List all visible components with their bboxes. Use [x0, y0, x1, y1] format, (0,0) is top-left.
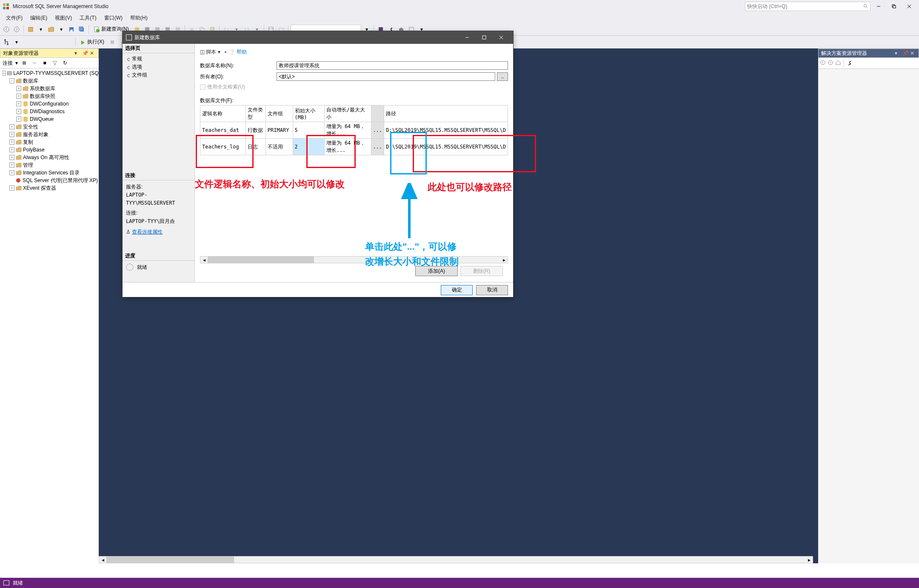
owner-input[interactable]: <默认>	[277, 72, 495, 81]
stop-button-oe[interactable]: ■	[41, 59, 49, 67]
scroll-left-arrow[interactable]: ◂	[200, 257, 208, 263]
object-explorer-header[interactable]: 对象资源管理器 ▾ 📌 ✕	[0, 49, 99, 58]
connection-info: 服务器: LAPTOP-TYY\MSSQLSERVERT 连接: LAPTOP-…	[123, 180, 194, 239]
tree-node[interactable]: +DWConfiguration	[1, 100, 98, 108]
folder-icon	[15, 154, 22, 160]
scroll-right-arrow[interactable]: ▸	[500, 257, 508, 263]
open-dropdown[interactable]: ▾	[57, 25, 66, 34]
col-growth-browse	[371, 106, 384, 122]
panel-pin-icon[interactable]: 📌	[902, 50, 908, 56]
annotation-arrow-icon	[401, 183, 418, 238]
nav-back-button[interactable]	[2, 25, 11, 34]
page-general[interactable]: 常规	[126, 55, 191, 63]
scroll-right-arrow[interactable]: ▸	[805, 557, 813, 563]
folder-icon	[15, 162, 22, 168]
stop-button[interactable]	[108, 37, 117, 47]
tree-node[interactable]: −数据库	[1, 77, 98, 85]
refresh-button[interactable]: ↻	[61, 59, 69, 67]
tree-node[interactable]: +系统数据库	[1, 85, 98, 92]
horizontal-scrollbar[interactable]: ◂ ▸	[99, 556, 813, 563]
menu-edit[interactable]: 编辑(E)	[27, 14, 51, 23]
menu-view[interactable]: 视图(V)	[51, 14, 75, 23]
execute-button[interactable]: 执行(X)	[78, 38, 107, 46]
new-item-dropdown[interactable]: ▾	[36, 25, 46, 34]
help-button[interactable]: ❔ 帮助	[229, 49, 247, 56]
col-initial-size[interactable]: 初始大小(MB)	[293, 106, 324, 122]
quick-launch-input[interactable]: 快快启动 (Ctrl+Q)	[745, 2, 870, 11]
svg-rect-2	[3, 7, 6, 9]
scroll-left-arrow[interactable]: ◂	[99, 557, 106, 563]
dialog-titlebar[interactable]: 新建数据库	[123, 31, 513, 44]
back-button[interactable]	[820, 60, 826, 67]
panel-dropdown-icon[interactable]: ▾	[895, 50, 901, 56]
menu-window[interactable]: 窗口(W)	[101, 14, 126, 23]
close-button[interactable]	[902, 1, 916, 11]
tree-node[interactable]: SQL Server 代理(已禁用代理 XP)	[1, 177, 98, 184]
svg-rect-36	[400, 28, 402, 29]
dialog-minimize-button[interactable]	[459, 32, 476, 43]
save-all-button[interactable]	[77, 25, 86, 34]
tree-node[interactable]: +管理	[1, 161, 98, 169]
tree-node[interactable]: +数据库快照	[1, 92, 98, 100]
file-row[interactable]: Teachers_dat 行数据 PRIMARY 5 增量为 64 MB，增长.…	[200, 122, 508, 139]
col-autogrowth[interactable]: 自动增长/最大大小	[324, 106, 371, 122]
tree-server-node[interactable]: − LAPTOP-TYY\MSSQLSERVERT (SQL	[1, 69, 98, 77]
menu-tools[interactable]: 工具(T)	[76, 14, 100, 23]
tree-node[interactable]: +安全性	[1, 123, 98, 131]
growth-browse-button[interactable]: ...	[371, 122, 384, 139]
dialog-maximize-button[interactable]	[476, 32, 493, 43]
properties-button-se[interactable]	[847, 60, 853, 67]
tree-node[interactable]: +Integration Services 目录	[1, 169, 98, 177]
menu-help[interactable]: 帮助(H)	[127, 14, 151, 23]
panel-close-icon[interactable]: ✕	[90, 50, 96, 56]
tree-node[interactable]: +XEvent 探查器	[1, 184, 98, 192]
page-filegroups[interactable]: 文件组	[126, 71, 191, 79]
new-project-button[interactable]	[26, 25, 35, 34]
disconnect-button[interactable]	[31, 59, 38, 67]
view-connection-props-link[interactable]: 查看连接属性	[132, 229, 163, 235]
tree-node[interactable]: +DWDiagnostics	[1, 108, 98, 115]
database-files-grid[interactable]: 逻辑名称 文件类型 文件组 初始大小(MB) 自动增长/最大大小 路径 Teac…	[200, 105, 508, 155]
page-options[interactable]: 选项	[126, 63, 191, 71]
minimize-button[interactable]	[871, 1, 886, 11]
scroll-thumb[interactable]	[106, 557, 234, 563]
folder-icon	[15, 131, 22, 137]
grid-scrollbar[interactable]: ◂ ▸	[200, 256, 508, 263]
svg-point-11	[4, 27, 9, 32]
solution-explorer-header[interactable]: 解决方案资源管理器 ▾ 📌 ✕	[818, 49, 919, 58]
tree-node[interactable]: +DWQueue	[1, 115, 98, 123]
filter-button[interactable]	[51, 59, 59, 67]
tree-node[interactable]: +Always On 高可用性	[1, 154, 98, 161]
forward-button[interactable]	[828, 60, 833, 67]
script-button[interactable]: ◫ 脚本 ▾	[200, 49, 220, 56]
growth-browse-button[interactable]: ...	[371, 139, 384, 155]
connect-button[interactable]	[20, 59, 28, 67]
save-button[interactable]	[67, 25, 76, 34]
connect-label[interactable]: 连接	[3, 60, 13, 67]
open-button[interactable]	[46, 25, 56, 34]
file-row[interactable]: Teachers_log 日志 不适用 2 增量为 64 MB，增长... ..…	[200, 139, 508, 155]
home-button[interactable]	[835, 60, 841, 67]
menu-file[interactable]: 文件(F)	[3, 14, 26, 23]
owner-browse-button[interactable]: ..	[497, 72, 508, 81]
dialog-close-button[interactable]	[493, 32, 510, 43]
panel-close-icon[interactable]: ✕	[910, 50, 916, 56]
col-logical-name[interactable]: 逻辑名称	[200, 106, 246, 122]
branch-button[interactable]	[2, 37, 11, 47]
progress-area: 就绪	[123, 261, 194, 274]
panel-dropdown-icon[interactable]: ▾	[74, 50, 80, 56]
tree-node[interactable]: +服务器对象	[1, 131, 98, 138]
db-name-input[interactable]: 教师授课管理系统	[277, 61, 508, 70]
nav-forward-button[interactable]	[12, 25, 21, 34]
panel-pin-icon[interactable]: 📌	[82, 50, 88, 56]
col-path[interactable]: 路径	[384, 106, 508, 122]
branch-dropdown[interactable]: ▾	[12, 37, 21, 47]
tree-node[interactable]: +复制	[1, 138, 98, 146]
ok-button[interactable]: 确定	[441, 285, 473, 295]
cancel-button[interactable]: 取消	[476, 285, 508, 295]
col-filegroup[interactable]: 文件组	[265, 106, 293, 122]
tree-node[interactable]: +PolyBase	[1, 146, 98, 154]
maximize-button[interactable]	[887, 1, 901, 11]
scroll-thumb[interactable]	[208, 257, 314, 263]
col-file-type[interactable]: 文件类型	[245, 106, 265, 122]
